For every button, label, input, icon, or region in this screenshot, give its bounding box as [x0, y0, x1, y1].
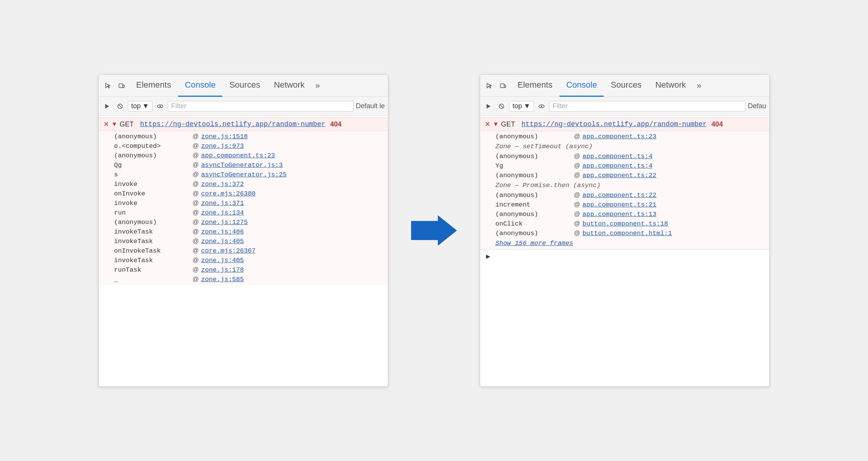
svg-rect-8	[500, 84, 504, 88]
left-console-content: ✕ ▼ GET https://ng-devtools.netlify.app/…	[99, 116, 388, 386]
context-selector-left[interactable]: top ▼	[128, 101, 153, 112]
table-row: Yg @ app.component.ts:4	[480, 161, 769, 171]
async-label-promise: Zone — Promise.then (async)	[480, 180, 769, 190]
svg-line-12	[500, 105, 503, 108]
table-row: onClick @ button.component.ts:18	[480, 219, 769, 229]
tab-sources-left[interactable]: Sources	[222, 75, 267, 97]
right-stack-section: (anonymous) @ app.component.ts:23 Zone —…	[480, 131, 769, 249]
table-row: invoke @ zone.js:372	[99, 179, 388, 189]
tab-sources-right[interactable]: Sources	[604, 75, 648, 97]
table-row: (anonymous) @ button.component.html:1	[480, 229, 769, 238]
right-toolbar: top ▼ Defau	[480, 97, 769, 116]
svg-point-6	[159, 106, 161, 107]
show-more-frames-link[interactable]: Show 156 more frames	[480, 238, 769, 248]
svg-rect-0	[119, 84, 123, 88]
clear-console-icon[interactable]	[115, 101, 125, 112]
eye-icon-right[interactable]	[536, 101, 547, 112]
inspect-icon[interactable]	[102, 80, 114, 92]
svg-marker-2	[105, 104, 109, 109]
table-row: invokeTask @ zone.js:406	[99, 227, 388, 237]
tab-console-right[interactable]: Console	[559, 75, 604, 97]
table-row: Qg @ asyncToGenerator.js:3	[99, 160, 388, 170]
transition-arrow	[411, 215, 457, 246]
inspect-icon-right[interactable]	[483, 80, 495, 92]
async-label-settimeout: Zone — setTimeout (async)	[480, 141, 769, 152]
default-level-label-right: Defau	[748, 102, 766, 110]
right-error-row: ✕ ▼ GET https://ng-devtools.netlify.app/…	[480, 117, 769, 131]
table-row: run @ zone.js:134	[99, 208, 388, 218]
table-row: onInvokeTask @ core.mjs:26367	[99, 246, 388, 256]
left-error-code: 404	[330, 120, 341, 128]
svg-point-14	[541, 106, 542, 107]
tab-more-left[interactable]: »	[312, 81, 324, 91]
table-row: increment @ app.component.ts:21	[480, 200, 769, 210]
context-selector-right[interactable]: top ▼	[509, 101, 534, 112]
table-row: runTask @ zone.js:178	[99, 265, 388, 275]
left-tab-bar: Elements Console Sources Network »	[99, 75, 388, 97]
right-error-circle-icon: ✕	[485, 120, 490, 128]
left-error-circle-icon: ✕	[103, 120, 109, 128]
device-icon-right[interactable]	[497, 80, 509, 92]
device-icon[interactable]	[116, 80, 128, 92]
table-row: (anonymous) @ zone.js:1518	[99, 132, 388, 141]
run-script-icon-right[interactable]	[483, 101, 494, 112]
tab-elements-right[interactable]: Elements	[511, 75, 559, 97]
left-error-expand-icon[interactable]: ▼	[111, 121, 117, 128]
context-value-right: top	[513, 102, 522, 110]
right-console-content: ✕ ▼ GET https://ng-devtools.netlify.app/…	[480, 116, 769, 386]
table-row: (anonymous) @ zone.js:1275	[99, 218, 388, 227]
table-row: (anonymous) @ app.component.ts:23	[480, 132, 769, 141]
table-row: onInvoke @ core.mjs:26380	[99, 189, 388, 198]
right-tab-bar: Elements Console Sources Network »	[480, 75, 769, 97]
right-devtools-panel: Elements Console Sources Network » top ▼	[480, 74, 770, 387]
filter-input-right[interactable]	[549, 101, 746, 112]
tab-elements-left[interactable]: Elements	[129, 75, 178, 97]
default-level-label-left: Default le	[356, 102, 385, 110]
table-row: (anonymous) @ app.component.ts:23	[99, 151, 388, 160]
left-error-row: ✕ ▼ GET https://ng-devtools.netlify.app/…	[99, 117, 388, 131]
svg-line-4	[119, 105, 122, 108]
context-value-left: top	[131, 102, 141, 110]
table-row: s @ asyncToGenerator.js:25	[99, 170, 388, 179]
left-devtools-panel: Elements Console Sources Network » top ▼	[98, 74, 388, 387]
eye-icon-left[interactable]	[155, 101, 166, 112]
tab-network-right[interactable]: Network	[648, 75, 693, 97]
left-toolbar: top ▼ Default le	[99, 97, 388, 116]
svg-marker-7	[411, 215, 457, 246]
tab-more-right[interactable]: »	[693, 81, 705, 91]
left-error-url[interactable]: https://ng-devtools.netlify.app/random-n…	[140, 120, 325, 128]
right-console-prompt: ►	[480, 249, 769, 264]
table-row: (anonymous) @ app.component.ts:22	[480, 171, 769, 180]
context-dropdown-icon-right: ▼	[524, 102, 530, 110]
prompt-arrow-icon: ►	[485, 253, 492, 261]
table-row: (anonymous) @ app.component.ts:13	[480, 210, 769, 219]
svg-rect-1	[123, 85, 124, 88]
table-row: o.<computed> @ zone.js:973	[99, 141, 388, 151]
table-row: invokeTask @ zone.js:405	[99, 256, 388, 265]
right-error-expand-icon[interactable]: ▼	[493, 121, 499, 128]
right-error-method: GET	[501, 120, 515, 128]
left-error-method: GET	[120, 120, 134, 128]
left-stack-section: (anonymous) @ zone.js:1518 o.<computed> …	[99, 131, 388, 285]
svg-rect-9	[504, 85, 506, 88]
table-row: (anonymous) @ app.component.ts:4	[480, 152, 769, 161]
table-row: invoke @ zone.js:371	[99, 198, 388, 208]
run-script-icon[interactable]	[102, 101, 113, 112]
right-error-url[interactable]: https://ng-devtools.netlify.app/random-n…	[521, 120, 707, 128]
table-row: _ @ zone.js:585	[99, 275, 388, 284]
clear-console-icon-right[interactable]	[496, 101, 507, 112]
blue-arrow-icon	[411, 215, 457, 246]
filter-input-left[interactable]	[168, 101, 354, 112]
table-row: (anonymous) @ app.component.ts:22	[480, 190, 769, 200]
tab-console-left[interactable]: Console	[178, 75, 223, 97]
svg-marker-10	[487, 104, 490, 109]
table-row: invokeTask @ zone.js:405	[99, 237, 388, 246]
right-error-code: 404	[711, 120, 723, 128]
context-dropdown-icon: ▼	[142, 102, 149, 110]
tab-network-left[interactable]: Network	[267, 75, 312, 97]
